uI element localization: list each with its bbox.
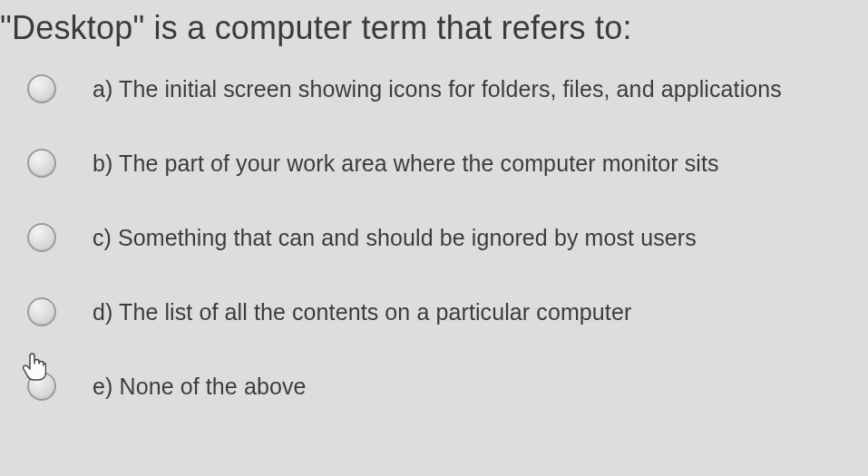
option-label-e: e) None of the above <box>93 374 307 400</box>
radio-a[interactable] <box>27 74 56 103</box>
option-label-d: d) The list of all the contents on a par… <box>93 299 631 325</box>
radio-c[interactable] <box>27 223 56 252</box>
radio-b[interactable] <box>27 149 56 178</box>
option-row-e[interactable]: e) None of the above <box>27 372 868 401</box>
radio-d[interactable] <box>27 297 56 326</box>
option-label-a: a) The initial screen showing icons for … <box>93 76 782 102</box>
option-label-c: c) Something that can and should be igno… <box>93 225 697 251</box>
option-row-b[interactable]: b) The part of your work area where the … <box>27 149 868 178</box>
option-row-a[interactable]: a) The initial screen showing icons for … <box>27 74 868 103</box>
question-title: "Desktop" is a computer term that refers… <box>0 0 868 74</box>
option-row-c[interactable]: c) Something that can and should be igno… <box>27 223 868 252</box>
option-row-d[interactable]: d) The list of all the contents on a par… <box>27 297 868 326</box>
options-list: a) The initial screen showing icons for … <box>0 74 868 401</box>
option-label-b: b) The part of your work area where the … <box>93 151 719 177</box>
radio-e[interactable] <box>27 372 56 401</box>
